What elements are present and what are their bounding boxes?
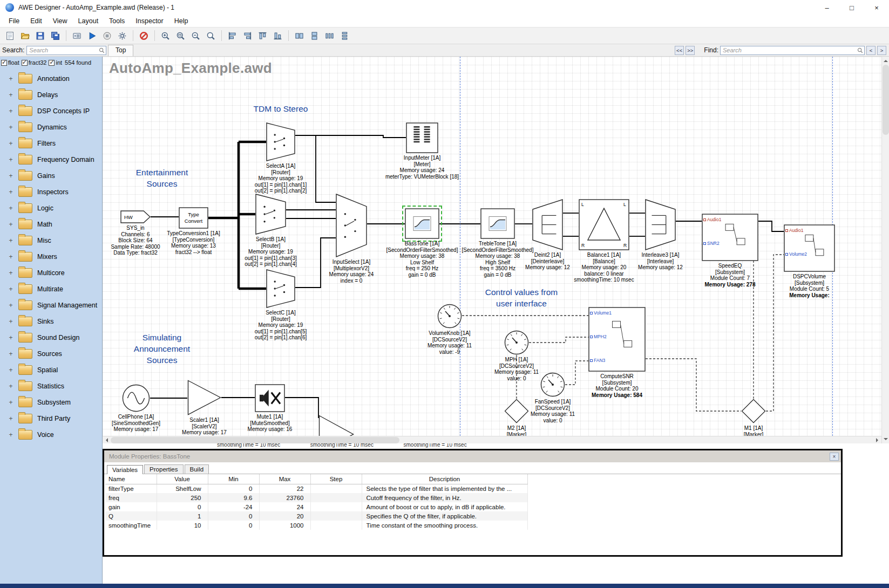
menu-edit[interactable]: Edit — [25, 16, 47, 26]
stop-button[interactable] — [100, 29, 114, 43]
expand-icon[interactable]: + — [8, 221, 13, 228]
block-computesnr[interactable]: Volume1MPH2FAN3 — [588, 307, 646, 372]
sidebar-item-misc[interactable]: +Misc — [0, 233, 102, 249]
block-m2[interactable] — [504, 399, 529, 423]
sidebar-item-mixers[interactable]: +Mixers — [0, 249, 102, 265]
block-dspcvolume[interactable]: Audio1Volume2 — [784, 224, 835, 272]
block-speedeq[interactable]: Audio1SNR2 — [702, 214, 758, 261]
block-partial-block[interactable] — [318, 415, 354, 436]
same-height-button[interactable] — [307, 29, 322, 43]
align-bottom-button[interactable] — [270, 29, 285, 43]
find-input[interactable] — [720, 46, 865, 55]
checkbox-int[interactable] — [49, 60, 55, 66]
menu-view[interactable]: View — [47, 16, 73, 26]
zoom-region-button[interactable] — [173, 29, 188, 43]
filter-fract32[interactable]: fract32 — [22, 59, 47, 66]
expand-icon[interactable]: + — [8, 415, 13, 422]
sidebar-item-subsystem[interactable]: +Subsystem — [0, 394, 102, 411]
saveall-button[interactable] — [48, 29, 63, 43]
sidebar-item-sound-design[interactable]: +Sound Design — [0, 330, 102, 346]
find-next-button[interactable]: > — [877, 46, 886, 55]
variable-row-smoothingtime[interactable]: smoothingTime1001000Time constant of the… — [105, 521, 527, 530]
expand-icon[interactable]: + — [8, 366, 13, 374]
menu-layout[interactable]: Layout — [73, 16, 104, 26]
new-button[interactable] — [3, 29, 17, 43]
save-button[interactable] — [33, 29, 47, 43]
sidebar-item-math[interactable]: +Math — [0, 216, 102, 233]
zoom-out-button[interactable] — [188, 29, 203, 43]
sidebar-item-delays[interactable]: +Delays — [0, 87, 102, 103]
menu-tools[interactable]: Tools — [104, 16, 130, 26]
scroll-down-button[interactable] — [882, 436, 889, 443]
annotation-entertainment-sources[interactable]: Entertainment Sources — [136, 167, 188, 189]
zoom-in-button[interactable] — [158, 29, 173, 43]
expand-icon[interactable]: + — [8, 302, 13, 309]
tab-build[interactable]: Build — [185, 464, 209, 474]
vscroll-thumb[interactable] — [883, 65, 889, 135]
block-typeconversion1[interactable]: TypeConvert — [179, 207, 208, 229]
module-search-input[interactable] — [26, 46, 106, 55]
sidebar-item-filters[interactable]: +Filters — [0, 135, 102, 152]
expand-icon[interactable]: + — [8, 285, 13, 293]
space-v-button[interactable] — [337, 29, 352, 43]
block-scaler1[interactable] — [187, 380, 221, 415]
block-fanspeed[interactable] — [540, 372, 565, 397]
sidebar-item-statistics[interactable]: +Statistics — [0, 378, 102, 394]
variable-row-filtertype[interactable]: filterTypeShelfLow022Selects the type of… — [105, 484, 527, 493]
annotation-control-values[interactable]: Control values from user interface — [485, 286, 558, 309]
expand-icon[interactable]: + — [8, 318, 13, 325]
props-panel-titlebar[interactable]: Module Properties: BassTone × — [104, 450, 841, 462]
open-button[interactable] — [18, 29, 32, 43]
expand-icon[interactable]: + — [8, 253, 13, 261]
find-prev-button[interactable]: < — [866, 46, 876, 55]
checkbox-fract32[interactable] — [22, 60, 28, 66]
halt-button[interactable] — [137, 29, 151, 43]
sidebar-item-spatial[interactable]: +Spatial — [0, 362, 102, 378]
var-value[interactable]: ShelfLow — [157, 484, 208, 493]
block-inputselect[interactable] — [336, 194, 367, 257]
align-right-button[interactable] — [240, 29, 255, 43]
align-left-button[interactable] — [225, 29, 240, 43]
hscroll-thumb[interactable] — [111, 437, 399, 443]
sidebar-item-signal-management[interactable]: +Signal Management — [0, 297, 102, 313]
variable-row-q[interactable]: Q1020Specifies the Q of the filter, if a… — [105, 511, 527, 521]
expand-icon[interactable]: + — [8, 399, 13, 406]
block-balance1[interactable]: LRLR — [579, 199, 629, 250]
sidebar-item-gains[interactable]: +Gains — [0, 168, 102, 184]
variable-row-gain[interactable]: gain0-2424Amount of boost or cut to appl… — [105, 502, 527, 511]
expand-icon[interactable]: + — [8, 382, 13, 390]
block-sys-in[interactable]: HW — [120, 210, 151, 223]
scroll-left-button[interactable] — [103, 436, 110, 444]
block-basstone[interactable] — [405, 208, 439, 239]
minimize-button[interactable]: – — [815, 0, 839, 15]
sidebar-item-inspectors[interactable]: +Inspectors — [0, 184, 102, 200]
annotation-tdm-to-stereo[interactable]: TDM to Stereo — [254, 103, 308, 114]
block-mph[interactable] — [504, 330, 529, 355]
block-deint2[interactable] — [532, 199, 563, 250]
sidebar-item-voice[interactable]: +Voice — [0, 427, 102, 443]
tab-top[interactable]: Top — [108, 45, 133, 56]
expand-icon[interactable]: + — [8, 237, 13, 244]
block-cellphone[interactable] — [122, 384, 150, 412]
canvas-vscrollbar[interactable] — [881, 57, 889, 443]
filter-int[interactable]: int — [49, 59, 62, 66]
expand-icon[interactable]: + — [8, 124, 13, 131]
find-prev-all-button[interactable]: << — [675, 46, 684, 55]
var-value[interactable]: 10 — [157, 521, 208, 530]
scroll-right-button[interactable] — [874, 436, 881, 444]
sidebar-item-sinks[interactable]: +Sinks — [0, 313, 102, 330]
block-trebletone[interactable] — [480, 208, 515, 239]
expand-icon[interactable]: + — [8, 350, 13, 358]
expand-icon[interactable]: + — [8, 107, 13, 115]
expand-icon[interactable]: + — [8, 334, 13, 341]
sidebar-item-sources[interactable]: +Sources — [0, 346, 102, 362]
sidebar-item-annotation[interactable]: +Annotation — [0, 71, 102, 87]
scroll-up-button[interactable] — [882, 57, 889, 64]
menu-inspector[interactable]: Inspector — [130, 16, 168, 26]
sidebar-item-frequency-domain[interactable]: +Frequency Domain — [0, 152, 102, 168]
block-volumeknob[interactable] — [437, 304, 462, 329]
expand-icon[interactable]: + — [8, 188, 13, 196]
close-icon[interactable]: × — [830, 453, 839, 461]
block-selecta[interactable] — [266, 122, 295, 161]
annotation-announcement-sources[interactable]: Simulating Announcement Sources — [134, 332, 190, 366]
